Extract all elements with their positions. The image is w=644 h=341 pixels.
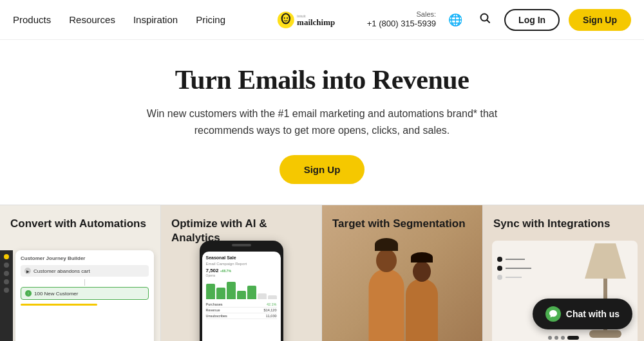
card-segmentation-title: Target with Segmentation: [332, 217, 476, 231]
metric-value: 42.1%: [267, 302, 277, 306]
sales-info: Sales: +1 (800) 315-5939: [367, 10, 436, 30]
chat-button[interactable]: Chat with us: [533, 299, 632, 329]
metric-label: Purchases: [206, 302, 223, 306]
sidebar-dot: [4, 279, 9, 284]
phone-metrics: Purchases 42.1% Revenue $14,120 Unsubscr…: [206, 302, 277, 319]
metric-row: Purchases 42.1%: [206, 302, 277, 308]
sidebar-dot: [4, 263, 9, 268]
card-automations-title: Convert with Automations: [10, 217, 154, 231]
journey-row-1: ▶ Customer abandons cart: [21, 265, 149, 277]
header: Products Resources Inspiration Pricing i…: [0, 0, 644, 40]
phone-campaign-title: Seasonal Sale: [206, 255, 277, 260]
lamp-shade: [580, 243, 631, 279]
hero-section: Turn Emails into Revenue Win new custome…: [0, 40, 644, 205]
logo[interactable]: intuit mailchimp: [276, 8, 368, 32]
signup-button-header[interactable]: Sign Up: [569, 9, 631, 31]
phone-mockup: Seasonal Sale Email Campaign Report 7,50…: [200, 241, 283, 341]
metric-row: Unsubscribes 11,030: [206, 313, 277, 319]
nav-item-inspiration[interactable]: Inspiration: [133, 14, 178, 25]
nav-left: Products Resources Inspiration Pricing: [13, 14, 225, 25]
globe-button[interactable]: 🌐: [445, 10, 466, 30]
chat-icon: [545, 306, 561, 322]
metric-label: Unsubscribes: [206, 314, 227, 318]
journey-sidebar: [0, 250, 13, 341]
nav-right: Sales: +1 (800) 315-5939 🌐 Log In Sign U…: [367, 9, 631, 31]
journey-header: Customer Journey Builder: [21, 255, 149, 261]
sidebar-dot: [4, 271, 9, 276]
action-icon: ↑: [25, 290, 32, 297]
search-icon: [479, 12, 491, 27]
svg-point-4: [287, 17, 288, 19]
lamp-base-foot: [589, 330, 621, 338]
card-segmentation: Target with Segmentation: [322, 205, 483, 341]
svg-text:mailchimp: mailchimp: [297, 17, 335, 26]
journey-row-label-2: 100 New Customer: [34, 291, 78, 297]
hero-subheadline: Win new customers with the #1 email mark…: [142, 106, 502, 138]
chat-label: Chat with us: [566, 309, 620, 319]
hero-headline: Turn Emails into Revenue: [13, 64, 631, 95]
login-button[interactable]: Log In: [504, 9, 560, 31]
card-integrations-title: Sync with Integrations: [493, 217, 638, 231]
mailchimp-logo-icon: intuit mailchimp: [276, 8, 368, 32]
nav-item-resources[interactable]: Resources: [69, 14, 115, 25]
search-button[interactable]: [475, 10, 495, 30]
hero-signup-button[interactable]: Sign Up: [279, 155, 365, 184]
sales-label: Sales:: [367, 10, 436, 19]
bar-chart: [206, 280, 277, 299]
svg-point-3: [284, 17, 285, 19]
phone-screen: Seasonal Sale Email Campaign Report 7,50…: [202, 252, 281, 341]
trigger-icon: ▶: [24, 268, 31, 274]
nav-item-products[interactable]: Products: [13, 14, 51, 25]
metric-value: $14,120: [264, 308, 277, 312]
sales-number: +1 (800) 315-5939: [367, 19, 436, 30]
journey-builder-mock: Customer Journey Builder ▶ Customer aban…: [15, 250, 154, 341]
sidebar-dot: [4, 288, 9, 293]
sidebar-dot: [4, 254, 9, 259]
svg-line-8: [488, 21, 490, 23]
svg-point-2: [283, 14, 289, 23]
card-ai-analytics: Optimize with AI & Analytics Seasonal Sa…: [161, 205, 322, 341]
card-ai-title: Optimize with AI & Analytics: [171, 217, 315, 245]
metric-row: Revenue $14,120: [206, 308, 277, 313]
globe-icon: 🌐: [448, 13, 462, 27]
metric-value: 11,030: [266, 314, 277, 318]
nav-item-pricing[interactable]: Pricing: [196, 14, 225, 25]
card-automations: Convert with Automations Customer Journe…: [0, 205, 161, 341]
journey-row-2: ↑ 100 New Customer: [21, 287, 149, 300]
metric-label: Revenue: [206, 308, 220, 312]
journey-row-label: Customer abandons cart: [33, 268, 90, 274]
